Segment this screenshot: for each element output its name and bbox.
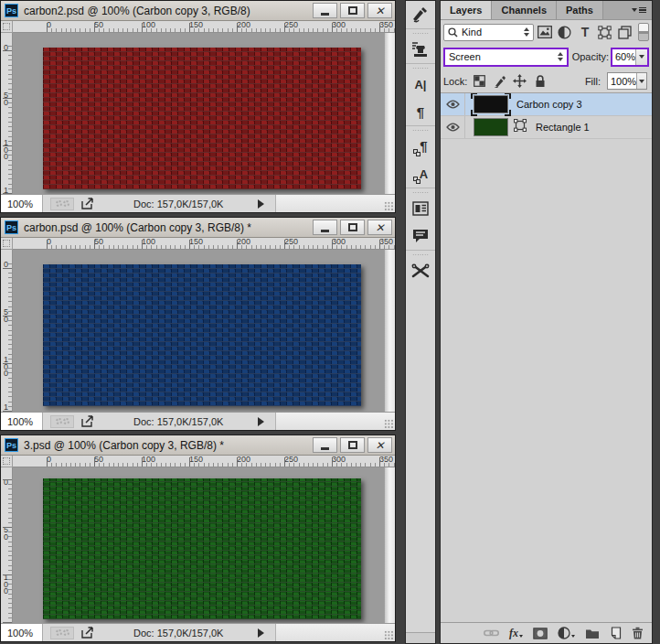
new-group-folder-icon[interactable] — [585, 628, 600, 639]
layer-thumbnail[interactable] — [474, 95, 508, 113]
chevron-down-icon[interactable] — [636, 73, 646, 89]
vertical-scrollbar[interactable] — [384, 250, 395, 412]
minimize-icon — [321, 447, 329, 450]
mini-bridge-gears-icon[interactable] — [50, 627, 74, 639]
close-button[interactable]: ✕ — [367, 220, 392, 235]
blend-mode-dropdown[interactable]: Screen — [443, 48, 569, 67]
vertical-ruler[interactable]: 050100150 — [1, 467, 13, 623]
chevron-down-icon[interactable] — [635, 49, 647, 65]
canvas-artwork-red[interactable] — [43, 48, 361, 189]
vertical-ruler[interactable]: 050100150 — [1, 250, 13, 412]
minimize-button[interactable] — [313, 437, 337, 453]
maximize-button[interactable] — [340, 220, 365, 235]
export-share-icon[interactable] — [81, 415, 95, 427]
layer-style-fx-icon[interactable]: fx — [509, 627, 523, 640]
maximize-button[interactable] — [340, 3, 365, 18]
maximize-button[interactable] — [340, 437, 365, 453]
layer-row-rectangle-1[interactable]: Rectangle 1 — [441, 116, 652, 139]
ruler-mark: 0 — [2, 479, 10, 487]
layer-name[interactable]: Carbon copy 3 — [516, 99, 582, 110]
mini-bridge-gears-icon[interactable] — [50, 198, 74, 210]
filter-adjustment-layers-icon[interactable] — [555, 23, 574, 41]
status-menu-arrow-icon[interactable] — [258, 199, 264, 209]
layer-thumbnail[interactable] — [474, 118, 508, 136]
window-titlebar[interactable]: Ps carbon2.psd @ 100% (Carbon copy 3, RG… — [1, 1, 395, 21]
export-share-icon[interactable] — [81, 198, 95, 209]
panel-menu-icon[interactable] — [632, 1, 652, 19]
new-layer-icon[interactable] — [610, 627, 622, 639]
window-titlebar[interactable]: Ps carbon.psd @ 100% (Carbon copy 3, RGB… — [1, 218, 395, 238]
lock-image-pixels-icon[interactable] — [492, 73, 507, 90]
link-layers-icon[interactable] — [484, 628, 499, 638]
lock-all-icon[interactable] — [532, 73, 548, 90]
lock-transparency-icon[interactable] — [472, 73, 487, 90]
filter-type-layers-icon[interactable]: T — [575, 23, 594, 41]
resize-grip[interactable] — [384, 419, 394, 429]
document-window-carbon: Ps carbon.psd @ 100% (Carbon copy 3, RGB… — [0, 217, 396, 431]
horizontal-ruler[interactable]: 050100150200250300350 — [13, 238, 395, 250]
vector-mask-icon[interactable] — [513, 118, 527, 136]
horizontal-ruler[interactable]: 050100150200250300350 — [13, 21, 395, 33]
canvas-artwork-blue[interactable] — [43, 264, 361, 406]
new-adjustment-layer-icon[interactable] — [558, 627, 575, 639]
crossed-tools-icon[interactable] — [406, 257, 435, 284]
vertical-scrollbar[interactable] — [384, 33, 395, 194]
character-styles-icon[interactable]: A — [406, 160, 435, 188]
tab-layers[interactable]: Layers — [441, 1, 492, 19]
notes-icon[interactable] — [406, 195, 435, 222]
close-button[interactable]: ✕ — [367, 437, 392, 453]
window-titlebar[interactable]: Ps 3.psd @ 100% (Carbon copy 3, RGB/8) *… — [1, 435, 395, 456]
filter-kind-dropdown[interactable]: Kind — [443, 24, 534, 41]
zoom-level-input[interactable]: 100% — [1, 413, 43, 430]
status-bar: 100% Doc: 157,0K/157,0K — [1, 194, 395, 212]
photoshop-file-icon: Ps — [5, 220, 18, 234]
tab-paths[interactable]: Paths — [557, 1, 603, 19]
layer-row-carbon-copy-3[interactable]: Carbon copy 3 — [441, 93, 652, 116]
minimize-button[interactable] — [313, 3, 337, 18]
canvas-area[interactable] — [13, 250, 384, 412]
canvas-area[interactable] — [13, 33, 384, 194]
filter-shape-layers-icon[interactable] — [595, 23, 614, 41]
minimize-button[interactable] — [313, 220, 337, 235]
mini-bridge-gears-icon[interactable] — [50, 415, 74, 428]
add-layer-mask-icon[interactable] — [533, 628, 548, 639]
tab-channels[interactable]: Channels — [492, 1, 557, 19]
character-panel-icon[interactable]: A| — [406, 70, 435, 98]
horizontal-ruler[interactable]: 050100150200250300350 — [13, 456, 395, 467]
brush-presets-icon[interactable] — [406, 1, 435, 28]
filter-pixel-layers-icon[interactable] — [535, 23, 554, 41]
maximize-icon — [348, 6, 357, 15]
delete-layer-trash-icon[interactable] — [632, 627, 644, 639]
lock-position-icon[interactable] — [512, 73, 527, 90]
ruler-origin-box[interactable] — [1, 456, 13, 467]
layer-name[interactable]: Rectangle 1 — [536, 122, 590, 133]
ruler-mark: 50 — [2, 92, 10, 106]
vertical-scrollbar[interactable] — [384, 467, 395, 623]
filtering-on-off-toggle[interactable] — [638, 23, 649, 41]
export-share-icon[interactable] — [81, 627, 95, 639]
filter-smart-objects-icon[interactable] — [615, 23, 634, 41]
ruler-mark: 50 — [2, 527, 10, 541]
paragraph-styles-icon[interactable]: ¶ — [406, 133, 435, 160]
vertical-ruler[interactable]: 050100150 — [1, 33, 13, 194]
status-menu-arrow-icon[interactable] — [258, 628, 264, 638]
status-menu-arrow-icon[interactable] — [258, 417, 264, 426]
ruler-mark: 350 — [379, 238, 393, 246]
paragraph-panel-icon[interactable]: ¶ — [406, 98, 435, 125]
canvas-area[interactable] — [13, 467, 384, 623]
visibility-eye-icon[interactable] — [441, 93, 465, 115]
zoom-level-input[interactable]: 100% — [1, 195, 43, 212]
visibility-eye-icon[interactable] — [441, 116, 465, 138]
canvas-artwork-green[interactable] — [43, 478, 361, 619]
resize-grip[interactable] — [384, 201, 394, 211]
ruler-origin-box[interactable] — [1, 21, 13, 33]
fill-combo[interactable]: 100% — [607, 72, 647, 90]
opacity-combo[interactable]: 60% — [611, 48, 649, 67]
layers-panel-footer: fx — [441, 622, 652, 643]
resize-grip[interactable] — [384, 630, 394, 640]
ruler-origin-box[interactable] — [1, 238, 13, 250]
zoom-level-input[interactable]: 100% — [1, 624, 43, 641]
close-button[interactable]: ✕ — [367, 3, 392, 18]
clone-source-icon[interactable] — [406, 36, 435, 63]
annotations-icon[interactable] — [406, 222, 435, 250]
